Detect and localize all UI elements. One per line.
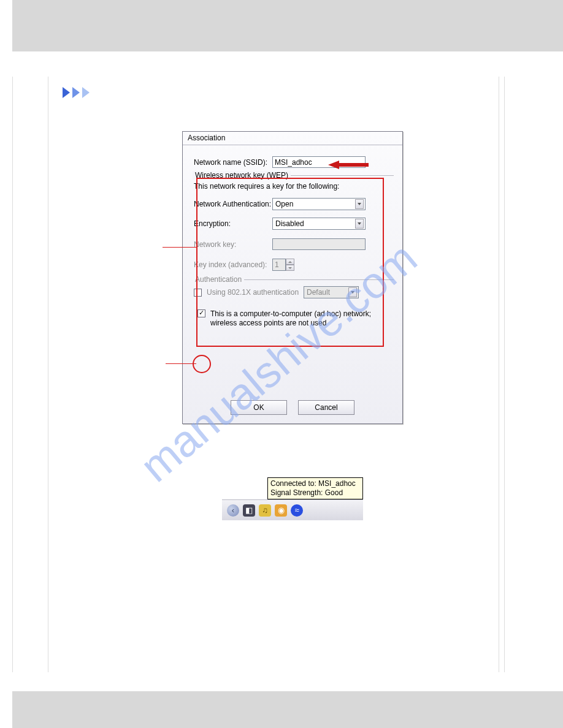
tray-app-icon[interactable]: ◉ xyxy=(275,504,287,517)
association-dialog: Association Network name (SSID): Wireles… xyxy=(182,131,403,424)
page-top-margin xyxy=(12,0,563,51)
network-key-input xyxy=(272,238,366,250)
tooltip-line1: Connected to: MSI_adhoc xyxy=(270,479,360,488)
stepper-down-icon xyxy=(286,265,294,271)
dropdown-icon[interactable] xyxy=(355,199,364,209)
system-tray: ‹ ◧ ♫ ◉ ≈ xyxy=(222,499,363,520)
key-index-label: Key index (advanced): xyxy=(194,260,272,269)
annotation-line xyxy=(166,363,196,364)
tray-back-icon[interactable]: ‹ xyxy=(227,504,239,517)
encryption-value: Disabled xyxy=(275,219,304,228)
use-8021x-label: Using 802.1X authentication xyxy=(207,288,304,297)
authn-group-legend: Authentication xyxy=(193,275,244,284)
ssid-input[interactable] xyxy=(272,156,366,168)
key-index-stepper: 1 xyxy=(272,259,294,271)
ssid-label: Network name (SSID): xyxy=(194,158,272,167)
auth-label: Network Authentication: xyxy=(194,200,272,208)
dropdown-icon[interactable] xyxy=(355,219,364,229)
use-8021x-checkbox[interactable] xyxy=(194,289,202,297)
svg-marker-0 xyxy=(63,87,70,98)
auth-select[interactable]: Open xyxy=(272,198,366,210)
wep-group-legend: Wireless network key (WEP) xyxy=(193,171,291,180)
page-bottom-margin xyxy=(12,691,563,728)
key-index-value: 1 xyxy=(272,259,286,271)
svg-marker-2 xyxy=(82,87,90,98)
stepper-up-icon xyxy=(286,259,294,265)
svg-marker-1 xyxy=(72,87,80,98)
encryption-label: Encryption: xyxy=(194,219,272,228)
dropdown-icon xyxy=(348,287,357,297)
tray-network-icon[interactable]: ◧ xyxy=(243,504,255,517)
encryption-select[interactable]: Disabled xyxy=(272,218,366,230)
page-border xyxy=(504,77,505,672)
section-arrows-icon xyxy=(61,85,98,100)
network-key-label: Network key: xyxy=(194,240,272,249)
dialog-title: Association xyxy=(183,132,402,145)
tooltip-line2: Signal Strength: Good xyxy=(270,488,360,498)
annotation-line xyxy=(163,247,196,248)
authn-value: Default xyxy=(307,288,330,297)
authn-select: Default xyxy=(304,286,359,298)
tray-wifi-icon[interactable]: ≈ xyxy=(291,504,303,517)
adhoc-checkbox[interactable] xyxy=(197,309,205,317)
wep-description: This network requires a key for the foll… xyxy=(194,182,394,191)
adhoc-label: This is a computer-to-computer (ad hoc) … xyxy=(210,309,394,328)
ok-button[interactable]: OK xyxy=(231,400,287,415)
cancel-button[interactable]: Cancel xyxy=(298,400,354,415)
tray-sound-icon[interactable]: ♫ xyxy=(259,504,271,517)
page-border xyxy=(12,77,13,672)
auth-value: Open xyxy=(275,200,293,208)
tray-tooltip: Connected to: MSI_adhoc Signal Strength:… xyxy=(267,477,363,499)
